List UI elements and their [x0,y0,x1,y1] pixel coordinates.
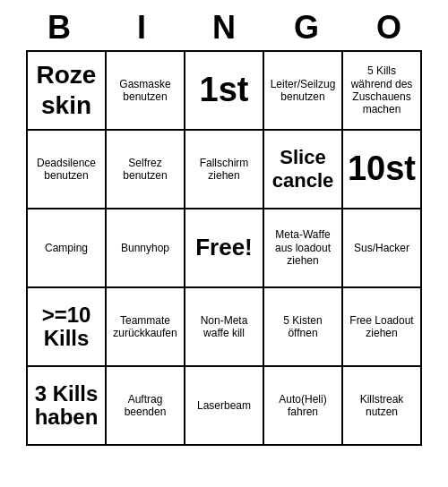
bingo-cell-2-0: Camping [28,209,107,288]
bingo-cell-2-2: Free! [185,209,264,288]
bingo-cell-1-1: Selfrez benutzen [107,131,185,209]
bingo-cell-4-4: Killstreak nutzen [343,367,422,446]
bingo-cell-2-3: Meta-Waffe aus loadout ziehen [264,209,343,288]
bingo-cell-1-3: Slice cancle [264,131,343,209]
bingo-cell-2-4: Sus/Hacker [343,209,422,288]
bingo-cell-4-3: Auto(Heli) fahren [264,367,343,446]
bingo-cell-0-2: 1st [185,52,264,131]
bingo-cell-0-1: Gasmaske benutzen [107,52,185,131]
bingo-cell-0-4: 5 Kills während des Zuschauens machen [343,52,422,131]
bingo-cell-1-2: Fallschirm ziehen [185,131,264,209]
bingo-cell-4-2: Laserbeam [185,367,264,446]
bingo-header: BINGO [18,9,430,47]
bingo-cell-3-3: 5 Kisten öffnen [264,288,343,367]
header-letter: I [102,9,181,47]
bingo-cell-0-3: Leiter/Seilzug benutzen [264,52,343,131]
header-letter: O [349,9,428,47]
bingo-grid: Roze skinGasmaske benutzen1stLeiter/Seil… [26,50,422,446]
bingo-cell-0-0: Roze skin [28,52,107,131]
bingo-cell-1-4: 10st [343,131,422,209]
header-letter: N [185,9,263,47]
bingo-cell-4-1: Auftrag beenden [107,367,185,446]
bingo-cell-3-2: Non-Meta waffe kill [185,288,264,367]
bingo-cell-3-0: >=10 Kills [28,288,107,367]
header-letter: G [267,9,346,47]
bingo-cell-2-1: Bunnyhop [107,209,185,288]
header-letter: B [20,9,99,47]
bingo-cell-4-0: 3 Kills haben [28,367,107,446]
bingo-cell-3-4: Free Loadout ziehen [343,288,422,367]
bingo-cell-3-1: Teammate zurückkaufen [107,288,185,367]
bingo-cell-1-0: Deadsilence benutzen [28,131,107,209]
